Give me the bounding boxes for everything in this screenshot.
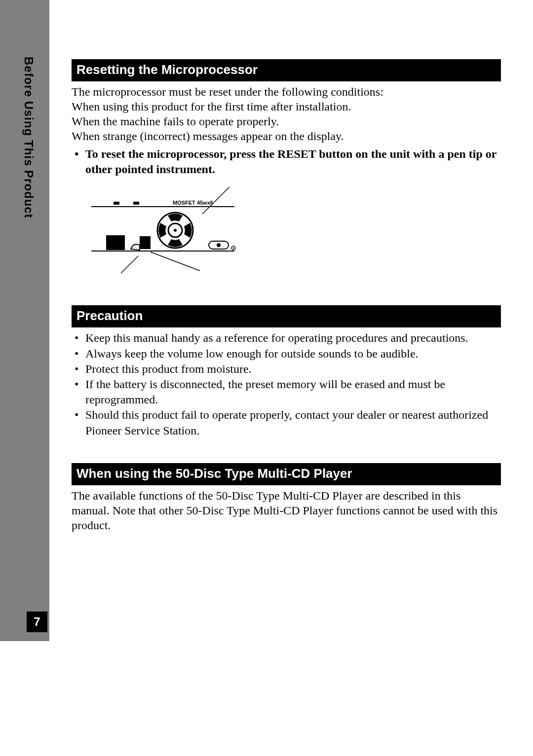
- svg-rect-8: [140, 236, 151, 249]
- precaution-item: • Keep this manual handy as a reference …: [72, 330, 501, 346]
- precaution-item: • Protect this product from moisture.: [72, 361, 501, 377]
- resetting-paragraph: The microprocessor must be reset under t…: [72, 84, 501, 144]
- svg-rect-7: [106, 235, 125, 250]
- resetting-instruction: • To reset the microprocessor, press the…: [72, 146, 501, 177]
- svg-line-14: [121, 256, 138, 273]
- heading-precaution: Precaution: [72, 305, 501, 327]
- precaution-bullets: • Keep this manual handy as a reference …: [72, 330, 501, 438]
- heading-resetting: Resetting the Microprocessor: [72, 59, 501, 81]
- page: Before Using This Product 7 Resetting th…: [0, 0, 533, 756]
- unit-lineart-icon: MOSFET 45wx6: [86, 187, 254, 281]
- sidebar: Before Using This Product 7: [0, 0, 49, 641]
- precaution-item: • Always keep the volume low enough for …: [72, 346, 501, 361]
- bullet-icon: •: [72, 361, 85, 377]
- bullet-icon: •: [72, 146, 85, 177]
- precaution-text: If the battery is disconnected, the pres…: [85, 377, 501, 407]
- precaution-text: Should this product fail to operate prop…: [85, 407, 501, 438]
- multi-cd-paragraph: The available functions of the 50-Disc T…: [72, 488, 501, 533]
- content: Resetting the Microprocessor The micropr…: [72, 59, 516, 533]
- page-number: 7: [27, 612, 47, 632]
- resetting-instruction-block: • To reset the microprocessor, press the…: [72, 146, 501, 177]
- precaution-text: Protect this product from moisture.: [85, 361, 501, 377]
- svg-rect-3: [133, 202, 139, 205]
- resetting-line-2: When using this product for the first ti…: [72, 99, 501, 114]
- svg-point-6: [174, 229, 177, 232]
- precaution-item: • If the battery is disconnected, the pr…: [72, 377, 501, 407]
- resetting-line-3: When the machine fails to operate proper…: [72, 114, 501, 129]
- precaution-text: Keep this manual handy as a reference fo…: [85, 330, 501, 346]
- resetting-line-4: When strange (incorrect) messages appear…: [72, 129, 501, 144]
- sidebar-section-label: Before Using This Product: [21, 57, 36, 218]
- bullet-icon: •: [72, 330, 85, 346]
- bullet-icon: •: [72, 407, 85, 438]
- unit-figure: MOSFET 45wx6: [86, 187, 516, 281]
- resetting-instruction-text: To reset the microprocessor, press the R…: [85, 146, 501, 177]
- heading-multi-cd: When using the 50-Disc Type Multi-CD Pla…: [72, 463, 501, 485]
- svg-point-12: [233, 248, 234, 249]
- figure-label: MOSFET 45wx6: [173, 200, 213, 206]
- svg-point-10: [217, 243, 221, 247]
- bullet-icon: •: [72, 346, 85, 361]
- svg-line-15: [151, 252, 200, 271]
- bullet-icon: •: [72, 377, 85, 407]
- resetting-line-1: The microprocessor must be reset under t…: [72, 84, 501, 99]
- svg-rect-2: [114, 202, 119, 205]
- precaution-text: Always keep the volume low enough for ou…: [85, 346, 501, 361]
- precaution-item: • Should this product fail to operate pr…: [72, 407, 501, 438]
